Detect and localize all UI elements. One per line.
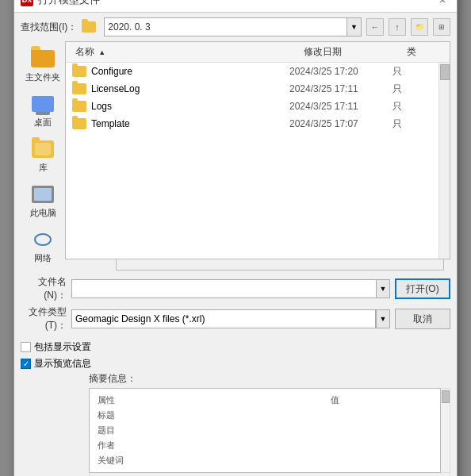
include-display-checkbox[interactable] xyxy=(21,342,31,352)
file-pane: 名称 ▲ 修改日期 类 Configure 2024/3/25 17:20 只 xyxy=(65,41,450,259)
include-display-item[interactable]: 包括显示设置 xyxy=(21,340,91,354)
sidebar-item-home-label: 主文件夹 xyxy=(25,71,60,83)
new-folder-button[interactable]: 📁 xyxy=(411,18,428,36)
toolbar: 查找范围(I)： 2020. 0. 3 ▼ ← ↑ 📁 ⊞ xyxy=(14,13,457,41)
summary-val-keywords xyxy=(327,454,435,467)
sidebar-item-network[interactable]: 网络 xyxy=(21,225,65,267)
toolbar-label: 查找范围(I)： xyxy=(21,21,77,34)
filename-row: 文件名(N)： ▼ 打开(O) xyxy=(21,275,450,302)
nav-up-button[interactable]: ↑ xyxy=(389,18,406,36)
preview-left xyxy=(21,372,84,476)
filetype-row: 文件类型(T)： Geomagic Design X files (*.xrl)… xyxy=(21,305,450,332)
checkbox-row: 包括显示设置 xyxy=(14,337,457,355)
open-file-dialog: Dx 打开模型文件 × 查找范围(I)： 2020. 0. 3 ▼ ← ↑ 📁 … xyxy=(13,0,458,476)
file-list-header: 名称 ▲ 修改日期 类 xyxy=(66,42,450,63)
summary-inner: 属性 值 标题 题目 作者 xyxy=(89,388,450,473)
network-icon xyxy=(32,231,54,248)
scrollbar-thumb[interactable] xyxy=(440,64,450,80)
path-dropdown[interactable]: ▼ xyxy=(347,17,362,36)
sidebar-item-pc[interactable]: 此电脑 xyxy=(21,180,65,222)
pc-screen xyxy=(34,188,52,201)
main-area: 主文件夹 桌面 库 此电脑 xyxy=(21,41,450,271)
file-list-wrapper: Configure 2024/3/25 17:20 只 LicenseLog 2… xyxy=(66,63,450,259)
desktop-icon xyxy=(32,96,54,112)
filename-input[interactable] xyxy=(71,279,376,298)
summary-key-keywords: 关键词 xyxy=(94,454,326,467)
summary-row-author: 作者 xyxy=(94,439,435,452)
file-list[interactable]: Configure 2024/3/25 17:20 只 LicenseLog 2… xyxy=(66,63,438,259)
folder-icon-configure xyxy=(72,66,86,77)
filetype-dropdown[interactable]: ▼ xyxy=(376,309,390,328)
summary-scrollbar[interactable] xyxy=(441,388,450,473)
include-display-label: 包括显示设置 xyxy=(34,340,91,354)
folder-icon-licenselog xyxy=(72,83,86,94)
file-row-configure[interactable]: Configure 2024/3/25 17:20 只 xyxy=(66,63,438,80)
filename-label: 文件名(N)： xyxy=(21,275,67,302)
filetype-display: Geomagic Design X files (*.xrl) xyxy=(71,309,376,328)
file-row-template[interactable]: Template 2024/3/25 17:07 只 xyxy=(66,115,438,132)
summary-box: 属性 值 标题 题目 作者 xyxy=(89,388,441,473)
show-preview-item[interactable]: 显示预览信息 xyxy=(21,357,91,370)
show-preview-label: 显示预览信息 xyxy=(34,357,91,370)
sidebar-item-library-label: 库 xyxy=(39,162,48,174)
home-folder-icon xyxy=(31,50,55,67)
pc-icon xyxy=(32,186,54,203)
file-list-scrollbar[interactable] xyxy=(438,63,450,259)
summary-header-row: 属性 值 xyxy=(94,393,435,407)
open-button[interactable]: 打开(O) xyxy=(395,278,450,299)
summary-val-title xyxy=(327,409,435,422)
library-icon xyxy=(32,140,54,158)
preview-section: 摘要信息： 属性 值 标题 题目 xyxy=(21,372,450,476)
summary-table: 属性 值 标题 题目 作者 xyxy=(93,392,437,469)
filetype-input-wrapper: Geomagic Design X files (*.xrl) ▼ xyxy=(71,309,390,328)
summary-row-keywords: 关键词 xyxy=(94,454,435,467)
cancel-button[interactable]: 取消 xyxy=(395,309,450,329)
app-icon: Dx xyxy=(21,0,33,6)
bottom-form: 文件名(N)： ▼ 打开(O) 文件类型(T)： Geomagic Design… xyxy=(14,271,457,337)
summary-val-subject xyxy=(327,424,435,437)
summary-key-author: 作者 xyxy=(94,439,326,452)
view-toggle-button[interactable]: ⊞ xyxy=(433,18,450,36)
filetype-label: 文件类型(T)： xyxy=(21,305,67,332)
folder-icon-template xyxy=(72,118,86,129)
summary-label: 摘要信息： xyxy=(89,372,450,386)
summary-row-title: 标题 xyxy=(94,409,435,422)
sidebar-item-desktop-label: 桌面 xyxy=(34,117,52,129)
sidebar-item-home[interactable]: 主文件夹 xyxy=(21,44,65,86)
sidebar-item-pc-label: 此电脑 xyxy=(30,207,56,219)
filename-input-wrapper: ▼ xyxy=(71,279,390,298)
summary-header-key: 属性 xyxy=(94,393,326,407)
path-folder-icon xyxy=(82,21,96,33)
file-row-logs[interactable]: Logs 2024/3/25 17:11 只 xyxy=(66,98,438,115)
header-name[interactable]: 名称 ▲ xyxy=(72,44,301,60)
sidebar: 主文件夹 桌面 库 此电脑 xyxy=(21,41,65,271)
preview-checkbox-row: 显示预览信息 xyxy=(14,355,457,372)
show-preview-checkbox[interactable] xyxy=(21,359,31,369)
summary-header-value: 值 xyxy=(327,393,435,407)
sidebar-item-library[interactable]: 库 xyxy=(21,135,65,177)
header-date[interactable]: 修改日期 xyxy=(301,44,404,60)
dialog-title: 打开模型文件 xyxy=(38,0,435,7)
sidebar-item-desktop[interactable]: 桌面 xyxy=(21,90,65,132)
summary-row-subject: 题目 xyxy=(94,424,435,437)
summary-key-subject: 题目 xyxy=(94,424,326,437)
summary-wrapper: 摘要信息： 属性 值 标题 题目 xyxy=(89,372,450,476)
folder-icon-logs xyxy=(72,101,86,112)
summary-hscrollbar[interactable] xyxy=(89,473,450,476)
summary-scrollbar-thumb[interactable] xyxy=(442,390,450,403)
file-list-hscrollbar[interactable] xyxy=(116,259,444,271)
file-pane-wrapper: 名称 ▲ 修改日期 类 Configure 2024/3/25 17:20 只 xyxy=(65,41,450,271)
filename-dropdown[interactable]: ▼ xyxy=(376,279,390,298)
summary-key-title: 标题 xyxy=(94,409,326,422)
file-row-licenselog[interactable]: LicenseLog 2024/3/25 17:11 只 xyxy=(66,80,438,98)
header-attr[interactable]: 类 xyxy=(404,44,443,60)
title-bar: Dx 打开模型文件 × xyxy=(14,0,457,13)
close-button[interactable]: × xyxy=(435,0,450,8)
summary-val-author xyxy=(327,439,435,452)
path-input[interactable]: 2020. 0. 3 xyxy=(104,17,347,36)
nav-back-button[interactable]: ← xyxy=(366,18,384,36)
sidebar-item-network-label: 网络 xyxy=(34,252,52,264)
